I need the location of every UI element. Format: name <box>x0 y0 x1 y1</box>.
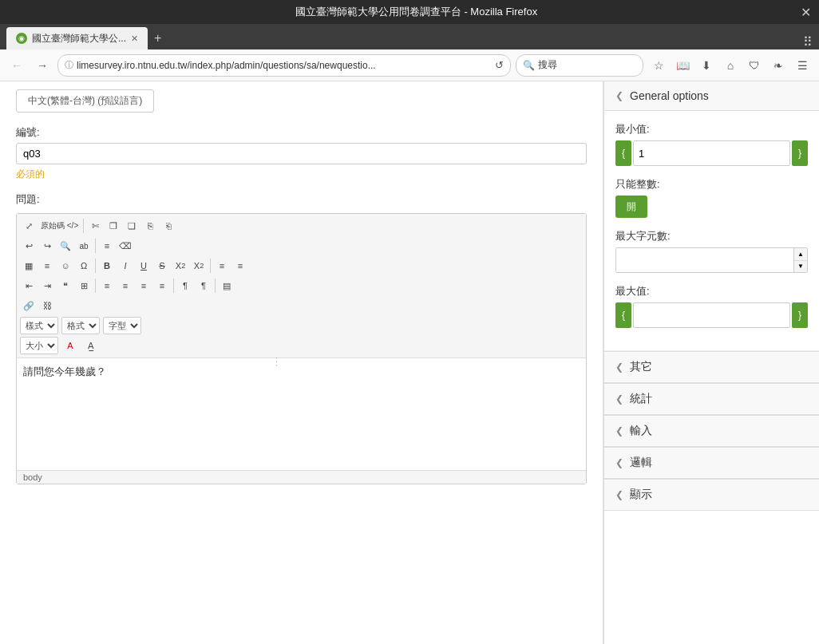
apps-icon[interactable]: ⠿ <box>803 34 813 49</box>
display-section[interactable]: ❮ 顯示 <box>604 479 819 511</box>
search-box[interactable]: 🔍 搜尋 <box>516 54 643 77</box>
tab-close-icon[interactable]: ✕ <box>131 34 138 44</box>
required-text: 必須的 <box>16 168 587 181</box>
superscript-button[interactable]: X2 <box>190 257 208 275</box>
toolbar-row-5: 🔗 ⛓ <box>20 296 583 315</box>
editor-statusbar: body <box>17 470 586 484</box>
undo-button[interactable]: ↩ <box>20 237 38 255</box>
question-field-group: 問題: ⤢ 原始碼 </> ✄ ❐ ❏ ⎘ ⎗ <box>16 192 587 484</box>
resize-handle[interactable]: ··· <box>274 81 279 644</box>
rich-text-editor: ⤢ 原始碼 </> ✄ ❐ ❏ ⎘ ⎗ ↩ ↪ 🔍 ab <box>16 213 587 484</box>
bookmark-icon[interactable]: ☆ <box>648 55 669 76</box>
stats-section[interactable]: ❮ 統計 <box>604 383 819 415</box>
spinner-controls: ▲ ▼ <box>793 248 807 272</box>
other-section[interactable]: ❮ 其它 <box>604 351 819 383</box>
source-button[interactable]: 原始碼 </> <box>38 217 81 235</box>
rtl-button[interactable]: ¶ <box>195 277 212 294</box>
format-select[interactable]: 格式 <box>61 317 100 334</box>
input-label: 輸入 <box>630 424 652 438</box>
spinner-down-button[interactable]: ▼ <box>794 261 807 273</box>
underline-button[interactable]: U <box>135 257 152 275</box>
paste-text-button[interactable]: ⎘ <box>141 217 159 235</box>
indent-left-button[interactable]: ⇤ <box>20 277 38 294</box>
min-value-input[interactable] <box>633 140 790 166</box>
italic-button[interactable]: I <box>117 257 134 275</box>
reader-icon[interactable]: 📖 <box>672 55 693 76</box>
reload-icon[interactable]: ↺ <box>495 59 504 71</box>
max-chars-group: 最大字元數: ▲ ▼ <box>615 229 808 273</box>
link-button[interactable]: 🔗 <box>20 297 38 314</box>
find-replace-button[interactable]: ab <box>75 237 93 255</box>
paste-word-button[interactable]: ⎗ <box>160 217 177 235</box>
home-icon[interactable]: ⌂ <box>720 55 741 76</box>
input-section[interactable]: ❮ 輸入 <box>604 415 819 447</box>
strikethrough-button[interactable]: S <box>153 257 171 275</box>
ordered-list-button[interactable]: ≡ <box>213 257 231 275</box>
subscript-button[interactable]: X2 <box>172 257 189 275</box>
min-value-brace-open-button[interactable]: { <box>615 140 631 166</box>
align-left-button[interactable]: ≡ <box>98 237 116 255</box>
align-center-button[interactable]: ≡ <box>117 277 134 294</box>
min-value-brace-close-button[interactable]: } <box>792 140 808 166</box>
general-options-section[interactable]: ❮ General options <box>604 81 819 111</box>
max-value-brace-open-button[interactable]: { <box>615 302 631 328</box>
language-button[interactable]: 中文(繁體-台灣) (預設語言) <box>16 89 154 113</box>
max-value-brace-close-button[interactable]: } <box>792 302 808 328</box>
emoji-button[interactable]: ☺ <box>57 257 74 275</box>
text-bg-color-button[interactable]: A̲ <box>82 337 100 354</box>
input-chevron-icon: ❮ <box>615 425 623 437</box>
fullscreen-button[interactable]: ⤢ <box>20 217 38 235</box>
table-button[interactable]: ▦ <box>20 257 38 275</box>
editor-content-area[interactable]: 請問您今年幾歲？ <box>17 358 586 470</box>
logic-section[interactable]: ❮ 邏輯 <box>604 447 819 479</box>
ltr-button[interactable]: ¶ <box>176 277 194 294</box>
browser-tab[interactable]: ◉ 國立臺灣師範大學公... ✕ <box>6 27 148 49</box>
style-select[interactable]: 樣式 <box>20 317 58 334</box>
shield-icon[interactable]: 🛡 <box>744 55 765 76</box>
align-right-button[interactable]: ≡ <box>135 277 152 294</box>
size-select[interactable]: 大小 <box>20 337 58 354</box>
back-button[interactable]: ← <box>6 55 27 76</box>
integer-only-toggle[interactable]: 開 <box>615 196 647 218</box>
logic-label: 邏輯 <box>630 456 652 470</box>
blockquote-button[interactable]: ❝ <box>57 277 74 294</box>
close-button[interactable]: ✕ <box>801 5 811 20</box>
forward-button[interactable]: → <box>32 55 53 76</box>
main-layout: 中文(繁體-台灣) (預設語言) 編號: 必須的 問題: ⤢ 原始碼 </> ✄ <box>0 81 819 644</box>
align-left2-button[interactable]: ≡ <box>98 277 116 294</box>
pocket-icon[interactable]: ❧ <box>768 55 789 76</box>
separator <box>210 259 211 273</box>
redo-button[interactable]: ↪ <box>38 237 56 255</box>
font-select[interactable]: 字型 <box>103 317 141 334</box>
max-value-input[interactable] <box>633 302 790 328</box>
text-color-button[interactable]: A <box>61 337 79 354</box>
unlink-button[interactable]: ⛓ <box>38 297 56 314</box>
horizontal-rule-button[interactable]: ⊞ <box>75 277 93 294</box>
tab-favicon-icon: ◉ <box>16 33 27 44</box>
cut-button[interactable]: ✄ <box>86 217 104 235</box>
copy-button[interactable]: ❐ <box>105 217 122 235</box>
menu-icon[interactable]: ☰ <box>792 55 813 76</box>
indent-right-button[interactable]: ⇥ <box>38 277 56 294</box>
download-icon[interactable]: ⬇ <box>696 55 717 76</box>
other-chevron-icon: ❮ <box>615 362 623 373</box>
remove-format-button[interactable]: ⌫ <box>117 237 134 255</box>
stats-label: 統計 <box>630 392 652 406</box>
display-chevron-icon: ❮ <box>615 489 623 500</box>
new-tab-button[interactable]: + <box>148 27 168 49</box>
find-button[interactable]: 🔍 <box>57 237 74 255</box>
integer-only-group: 只能整數: 開 <box>615 177 808 218</box>
max-chars-input[interactable] <box>616 248 793 272</box>
justify-button[interactable]: ≡ <box>153 277 171 294</box>
show-blocks-button[interactable]: ▤ <box>218 277 235 294</box>
code-input[interactable] <box>16 143 587 164</box>
special-char-button[interactable]: Ω <box>75 257 93 275</box>
resize-dots-icon: ··· <box>272 357 281 368</box>
bold-button[interactable]: B <box>98 257 116 275</box>
list-button[interactable]: ≡ <box>38 257 56 275</box>
url-bar[interactable]: ⓘ limesurvey.iro.ntnu.edu.tw/index.php/a… <box>57 54 511 77</box>
unordered-list-button[interactable]: ≡ <box>231 257 249 275</box>
paste-button[interactable]: ❏ <box>123 217 140 235</box>
spinner-up-button[interactable]: ▲ <box>794 248 807 261</box>
general-options-content: 最小值: { } 只能整數: 開 最大字元數: ▲ ▼ <box>604 111 819 351</box>
